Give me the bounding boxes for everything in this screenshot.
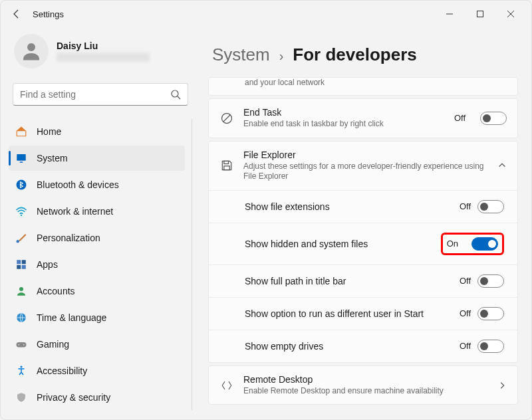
- sidebar-item-apps[interactable]: Apps: [9, 252, 185, 277]
- partial-note: and your local network: [209, 78, 517, 95]
- search-box[interactable]: [13, 83, 188, 106]
- back-button[interactable]: [6, 3, 27, 25]
- file-explorer-sub: Adjust these settings for a more develop…: [243, 161, 488, 182]
- end-task-sub: Enable end task in taskbar by right clic…: [243, 119, 445, 130]
- svg-point-18: [23, 344, 25, 346]
- toggle-label: Show empty drives: [245, 340, 460, 352]
- breadcrumb: System › For developers: [208, 27, 518, 77]
- user-email-redacted: [57, 52, 150, 62]
- sidebar-item-label: System: [37, 153, 68, 163]
- svg-rect-23: [224, 166, 229, 170]
- breadcrumb-parent[interactable]: System: [212, 45, 270, 65]
- remote-desktop-sub: Enable Remote Desktop and ensure machine…: [243, 386, 488, 397]
- sidebar-item-system[interactable]: System: [9, 146, 185, 171]
- close-button[interactable]: [495, 3, 526, 25]
- toggle-switch[interactable]: [477, 307, 504, 320]
- svg-point-2: [27, 43, 35, 51]
- svg-rect-10: [17, 260, 21, 264]
- main-panel: System › For developers and your local n…: [200, 27, 531, 419]
- gamepad-icon: [15, 338, 27, 350]
- remote-desktop-title: Remote Desktop: [243, 374, 488, 385]
- file-explorer-option: Show hidden and system filesOn: [209, 223, 517, 264]
- svg-rect-22: [224, 161, 229, 164]
- bluetooth-icon: [15, 179, 27, 191]
- file-explorer-card: File Explorer Adjust these settings for …: [208, 141, 518, 363]
- sidebar-item-label: Personalization: [37, 233, 100, 243]
- sidebar-item-label: Accounts: [37, 286, 75, 296]
- sidebar-item-label: Accessibility: [37, 366, 87, 376]
- svg-rect-1: [477, 11, 483, 17]
- file-explorer-option: Show full path in title barOff: [209, 264, 517, 297]
- sidebar-item-home[interactable]: Home: [9, 119, 185, 144]
- end-task-toggle[interactable]: [480, 112, 507, 125]
- svg-rect-5: [17, 154, 26, 161]
- remote-desktop-header[interactable]: Remote Desktop Enable Remote Desktop and…: [209, 366, 517, 405]
- sidebar-item-bluetooth[interactable]: Bluetooth & devices: [9, 172, 185, 197]
- chevron-right-icon: [497, 381, 507, 390]
- toggle-state: Off: [460, 341, 471, 351]
- search-input[interactable]: [20, 89, 170, 100]
- toggle-label: Show full path in title bar: [245, 275, 460, 287]
- shield-icon: [15, 391, 27, 403]
- toggle-switch[interactable]: [471, 237, 498, 251]
- save-icon: [219, 158, 234, 173]
- toggle-label: Show file extensions: [245, 201, 460, 213]
- sidebar-item-label: Bluetooth & devices: [37, 179, 119, 190]
- system-icon: [15, 152, 27, 164]
- person-icon: [15, 285, 27, 297]
- globe-icon: [15, 312, 27, 324]
- svg-rect-6: [20, 161, 23, 163]
- svg-line-4: [178, 96, 180, 99]
- toggle-label: Show option to run as different user in …: [245, 308, 460, 320]
- sidebar-item-wifi[interactable]: Network & internet: [9, 199, 185, 224]
- svg-point-7: [17, 180, 27, 190]
- breadcrumb-current: For developers: [293, 45, 416, 65]
- file-explorer-option: Show file extensionsOff: [209, 190, 517, 223]
- svg-point-14: [19, 287, 23, 291]
- user-profile[interactable]: Daisy Liu: [9, 27, 192, 71]
- sidebar-item-person[interactable]: Accounts: [9, 278, 185, 304]
- sidebar-item-label: Network & internet: [37, 206, 113, 217]
- sidebar-item-label: Privacy & security: [37, 392, 110, 403]
- toggle-state: Off: [460, 276, 471, 286]
- partial-card: and your local network: [208, 77, 518, 96]
- remote-icon: [219, 378, 234, 393]
- end-task-state: Off: [454, 113, 466, 123]
- toggle-label: Show hidden and system files: [245, 238, 441, 250]
- toggle-state: On: [447, 239, 458, 249]
- wifi-icon: [15, 205, 27, 217]
- toggle-state: Off: [460, 308, 471, 318]
- remote-desktop-card: Remote Desktop Enable Remote Desktop and…: [208, 366, 518, 405]
- toggle-state: Off: [460, 201, 471, 211]
- file-explorer-title: File Explorer: [243, 150, 488, 160]
- highlight-box: On: [441, 233, 504, 255]
- app-title: Settings: [33, 9, 64, 19]
- sidebar-item-globe[interactable]: Time & language: [9, 305, 185, 330]
- toggle-switch[interactable]: [477, 340, 504, 353]
- sidebar-item-shield[interactable]: Privacy & security: [9, 385, 185, 410]
- end-task-card: End Task Enable end task in taskbar by r…: [208, 98, 518, 138]
- svg-point-17: [19, 344, 20, 346]
- svg-line-21: [223, 115, 230, 122]
- end-task-header[interactable]: End Task Enable end task in taskbar by r…: [209, 99, 517, 138]
- svg-rect-13: [22, 265, 26, 269]
- avatar: [14, 34, 49, 68]
- brush-icon: [15, 232, 27, 244]
- file-explorer-header[interactable]: File Explorer Adjust these settings for …: [209, 142, 517, 190]
- svg-point-3: [172, 90, 178, 97]
- sidebar-item-accessibility[interactable]: Accessibility: [9, 358, 185, 383]
- svg-point-9: [17, 240, 20, 243]
- svg-rect-12: [17, 265, 21, 269]
- minimize-button[interactable]: [434, 3, 465, 25]
- sidebar-item-gamepad[interactable]: Gaming: [9, 332, 185, 357]
- toggle-switch[interactable]: [477, 200, 504, 213]
- svg-point-8: [21, 215, 22, 216]
- home-icon: [15, 126, 27, 138]
- svg-rect-16: [17, 342, 27, 348]
- sidebar-item-label: Time & language: [37, 312, 106, 323]
- toggle-switch[interactable]: [477, 274, 504, 288]
- sidebar-item-brush[interactable]: Personalization: [9, 225, 185, 251]
- maximize-button[interactable]: [465, 3, 495, 25]
- nav: HomeSystemBluetooth & devicesNetwork & i…: [9, 119, 192, 410]
- user-name: Daisy Liu: [57, 41, 150, 51]
